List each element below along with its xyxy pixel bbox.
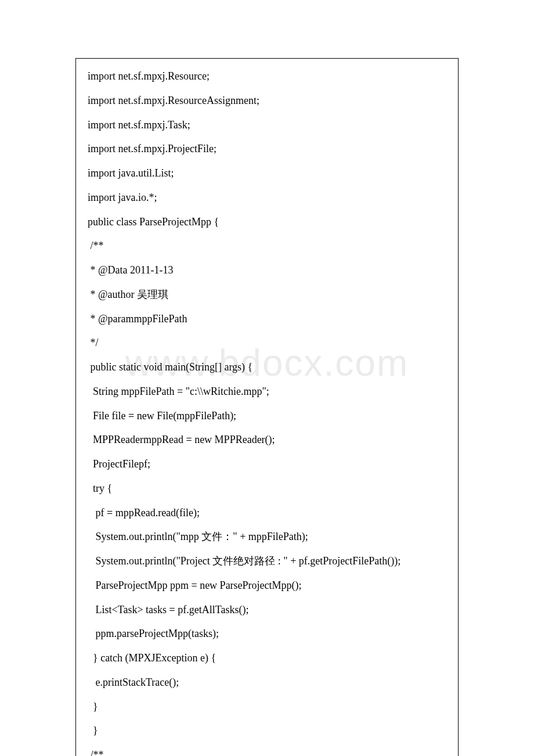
code-line: e.printStackTrace(); xyxy=(88,671,446,695)
code-line: String mppFilePath = "c:\\wRitchie.mpp"; xyxy=(88,380,446,404)
code-line: */ xyxy=(88,331,446,355)
code-line: pf = mppRead.read(file); xyxy=(88,501,446,525)
code-line: * @author 吴理琪 xyxy=(88,283,446,307)
code-line: ppm.parseProjectMpp(tasks); xyxy=(88,622,446,646)
code-line: } xyxy=(88,719,446,743)
code-line: List<Task> tasks = pf.getAllTasks(); xyxy=(88,598,446,622)
code-line: import java.util.List; xyxy=(88,161,446,186)
code-line: * @parammppFilePath xyxy=(88,307,446,332)
code-line: MPPReadermppRead = new MPPReader(); xyxy=(88,428,446,452)
code-line: import net.sf.mpxj.ProjectFile; xyxy=(88,137,446,161)
code-line: ParseProjectMpp ppm = new ParseProjectMp… xyxy=(88,574,446,598)
code-line: System.out.println("Project 文件绝对路径 : " +… xyxy=(88,549,446,574)
document-page: www.bdocx.com import net.sf.mpxj.Resourc… xyxy=(0,0,534,756)
code-line: ProjectFilepf; xyxy=(88,452,446,477)
code-line: * @Data 2011-1-13 xyxy=(88,258,446,283)
code-line: import java.io.*; xyxy=(88,186,446,210)
code-line: } catch (MPXJException e) { xyxy=(88,646,446,671)
code-line: try { xyxy=(88,477,446,501)
code-line: } xyxy=(88,695,446,719)
code-line: public class ParseProjectMpp { xyxy=(88,210,446,235)
code-block: import net.sf.mpxj.Resource; import net.… xyxy=(75,58,459,756)
code-line: System.out.println("mpp 文件：" + mppFilePa… xyxy=(88,525,446,549)
code-line: File file = new File(mppFilePath); xyxy=(88,404,446,429)
code-line: import net.sf.mpxj.Resource; xyxy=(88,64,446,89)
code-line: /** xyxy=(88,743,446,756)
code-line: /** xyxy=(88,234,446,258)
code-line: import net.sf.mpxj.ResourceAssignment; xyxy=(88,89,446,113)
code-line: import net.sf.mpxj.Task; xyxy=(88,113,446,138)
code-line: public static void main(String[] args) { xyxy=(88,355,446,380)
